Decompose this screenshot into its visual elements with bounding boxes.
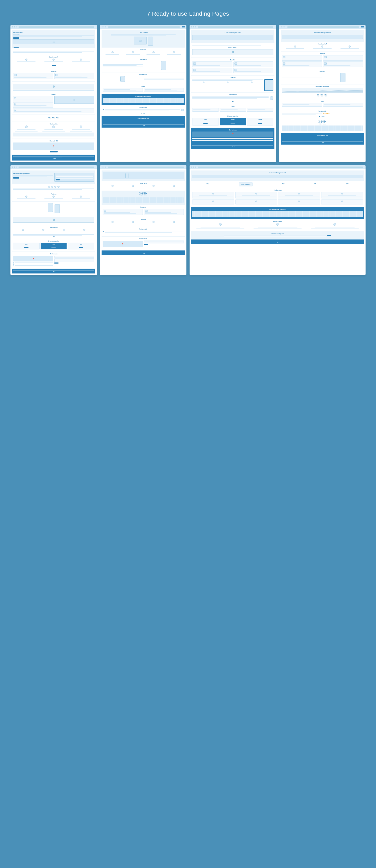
play-button[interactable] [53,86,55,88]
pagination-dot[interactable] [143,253,144,254]
join-button[interactable] [327,235,331,236]
testimonial-avatar [181,109,184,113]
contact-input[interactable] [144,241,184,242]
google-play-badge[interactable] [323,136,328,138]
chat-button[interactable] [50,151,58,152]
nav-link[interactable] [80,47,83,47]
text-line [77,231,91,232]
stat-item: 400+ label [206,183,209,186]
pagination-dot[interactable] [54,158,55,159]
pagination-dot[interactable] [141,253,142,254]
pagination-dot[interactable] [52,158,52,159]
submit-button[interactable] [54,262,59,264]
pagination-dot[interactable] [321,116,321,117]
browser-nav-btn[interactable] [182,26,185,27]
plan-button[interactable] [24,247,29,248]
google-play-badge[interactable] [144,120,149,121]
pagination-dot[interactable] [55,158,56,159]
stats-section: 420+ label 580+ label 831+ label [12,115,95,122]
pagination-dot[interactable] [141,113,142,114]
contact-input[interactable] [54,257,95,258]
plan-button[interactable] [203,123,208,124]
feature-item [164,51,184,55]
pagination-dot[interactable] [324,116,326,117]
benefits-section: Benefits [102,217,185,227]
pagination-dot[interactable] [144,125,145,126]
mockup-2: A nice headline ▭ Features [100,25,186,162]
nav-link[interactable] [88,47,90,47]
app-store-badge[interactable] [138,120,143,121]
pagination-dot[interactable] [231,147,232,147]
contact-input[interactable] [54,256,95,257]
stat-label: label [314,185,316,186]
contact-input[interactable] [192,140,273,141]
pagination-dot[interactable] [321,142,321,143]
pagination-dot[interactable] [55,271,55,272]
pagination-dot[interactable] [323,142,324,143]
hero-button[interactable] [13,37,19,39]
pagination-dot[interactable] [232,147,233,147]
nav-link[interactable] [91,47,94,47]
play-button[interactable] [232,51,234,53]
avatar [219,223,222,226]
pagination-dot[interactable] [144,113,145,114]
pagination-dot[interactable] [143,113,144,114]
footer-text [13,157,62,157]
browser-dot [191,166,192,167]
play-button[interactable] [53,219,55,221]
pagination-dot[interactable] [277,242,278,243]
submit-button[interactable] [192,142,273,143]
hero-button[interactable] [13,177,19,179]
submit-button[interactable] [144,244,148,245]
pagination-dot[interactable] [322,142,323,143]
plan-button[interactable] [52,247,56,248]
pagination-dot[interactable] [53,271,54,272]
pagination-dot[interactable] [143,125,144,126]
form-input[interactable] [56,178,93,179]
browser-addressbar [287,26,359,28]
pagination-dot[interactable] [279,242,279,243]
hero-text: A nice headline goes here! [13,173,53,179]
pagination-dot[interactable] [52,271,53,272]
pagination-dot[interactable] [322,116,323,117]
text-line [104,89,130,90]
text-line [282,78,316,78]
pagination-dot[interactable] [319,116,320,117]
map-pin-icon: 📍 [232,133,234,135]
form-input[interactable] [56,176,93,177]
world-map [282,125,363,131]
contact-input[interactable] [144,242,184,243]
contact-textarea[interactable] [54,259,95,262]
pagination-dot[interactable] [53,158,54,159]
stat-item: 30+ label [317,94,319,97]
pagination-dot[interactable] [232,101,233,102]
app-store-badge[interactable] [317,136,322,138]
pagination-dot[interactable] [53,236,54,237]
pagination-dot[interactable] [141,125,142,126]
plan-button[interactable] [79,247,83,248]
pagination-dot[interactable] [276,242,277,243]
contact-input[interactable] [192,138,273,140]
pagination-dot[interactable] [234,147,235,147]
cta-button[interactable] [52,65,56,66]
browser-addressbar [19,166,94,168]
section-title: Choose your plan [192,115,273,117]
section-title: Testimonials [13,123,94,125]
form-input[interactable] [56,175,93,176]
best-market-section: The best of the market 30+ label 585+ la… [281,85,364,99]
form-submit[interactable] [56,179,60,180]
plan-button[interactable] [258,123,262,124]
text-line [72,129,90,130]
pagination-dot[interactable] [54,236,55,237]
world-map [192,211,363,217]
text-line [145,212,172,213]
pagination-dot[interactable] [323,116,324,117]
text-line [328,195,356,195]
email-input[interactable] [224,236,326,237]
plan-button[interactable] [231,123,235,124]
stat-number: 585+ [320,94,323,96]
nav-link[interactable] [84,47,87,47]
pagination-dot[interactable] [233,101,234,102]
pagination-dot[interactable] [144,253,145,254]
browser-nav-btn[interactable] [361,26,364,27]
